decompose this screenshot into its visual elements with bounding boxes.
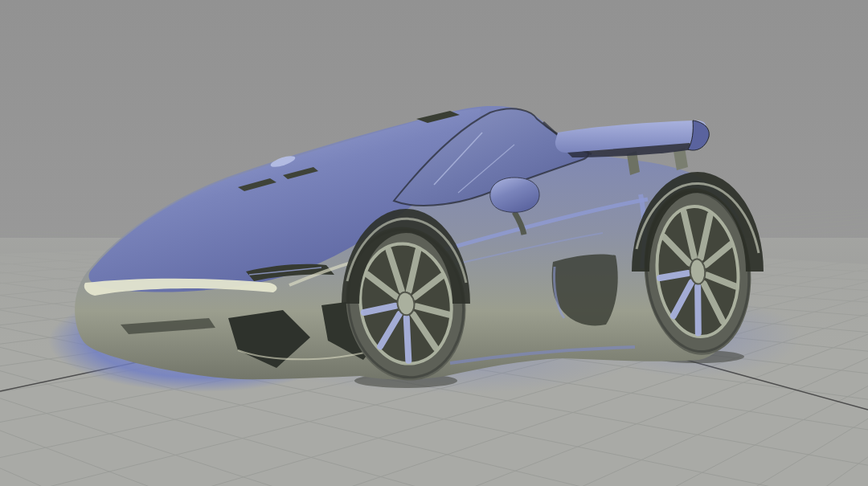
viewport-3d[interactable] xyxy=(0,0,868,486)
side-mirror xyxy=(490,178,539,212)
car-model[interactable] xyxy=(48,106,801,394)
scene-canvas xyxy=(0,0,868,486)
